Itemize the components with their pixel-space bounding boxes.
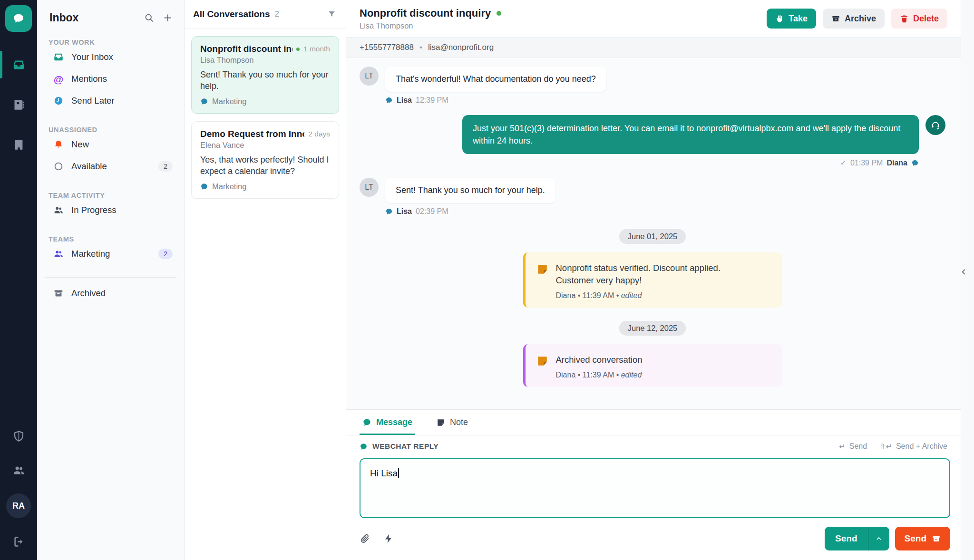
contact-avatar: LT — [360, 178, 379, 197]
hand-icon — [775, 14, 784, 23]
channel-label: WEBCHAT REPLY — [360, 442, 839, 451]
message-meta: ✓ 01:39 PM Diana — [360, 158, 919, 167]
mentions-icon: @ — [53, 74, 64, 84]
sidebar-divider — [45, 277, 176, 278]
bell-icon — [53, 139, 64, 150]
section-team-activity: TEAM ACTIVITY — [37, 192, 184, 199]
rail-security[interactable] — [0, 425, 37, 447]
logout-icon — [12, 535, 25, 548]
note-meta: Diana • 11:39 AM • edited — [556, 371, 643, 379]
rail-company[interactable] — [0, 134, 37, 155]
text-caret — [398, 468, 399, 478]
sidebar-item-new[interactable]: New — [37, 134, 184, 155]
marketing-count-badge: 2 — [158, 249, 173, 259]
send-and-archive-button[interactable]: Send — [895, 527, 950, 550]
rail-logout[interactable] — [0, 531, 37, 552]
filter-icon[interactable] — [327, 10, 336, 19]
delete-button[interactable]: Delete — [891, 9, 947, 29]
sticky-note-icon — [536, 355, 548, 379]
message-meta: Lisa 02:39 PM — [385, 207, 945, 216]
conversation-list-title: All Conversations — [193, 9, 270, 19]
lightning-icon[interactable] — [383, 533, 394, 544]
enter-key-icon: ↵ — [839, 442, 845, 451]
archive-icon — [53, 288, 64, 299]
message-bubble: Just your 501(c)(3) determination letter… — [462, 115, 919, 154]
marketing-team-icon — [53, 249, 64, 259]
status-dot — [296, 48, 300, 51]
section-unassigned: UNASSIGNED — [37, 126, 184, 134]
app-logo[interactable] — [5, 5, 32, 32]
available-count-badge: 2 — [158, 161, 173, 172]
agent-avatar — [925, 115, 945, 135]
tab-message[interactable]: Message — [360, 410, 415, 435]
sidebar-item-send-later[interactable]: Send Later — [37, 90, 184, 112]
user-avatar[interactable]: RA — [6, 493, 31, 518]
outgoing-message: Just your 501(c)(3) determination letter… — [360, 115, 945, 154]
contact-avatar: LT — [360, 67, 379, 86]
sidebar-item-available[interactable]: Available 2 — [37, 155, 184, 177]
add-icon[interactable] — [163, 13, 173, 23]
shield-icon — [12, 430, 25, 443]
conversation-card-demo-request[interactable]: Demo Request from Innovate 2 days Elena … — [191, 121, 339, 199]
channel-chat-icon — [385, 208, 393, 215]
archive-icon — [831, 14, 840, 23]
reply-input[interactable]: Hi Lisa — [360, 458, 950, 518]
sidebar-item-marketing[interactable]: Marketing 2 — [37, 243, 184, 265]
rail-contacts[interactable] — [0, 94, 37, 116]
headset-icon — [930, 120, 941, 130]
sidebar-item-archived[interactable]: Archived — [37, 282, 184, 304]
team-icon — [53, 205, 64, 215]
conversation-count: 2 — [275, 10, 327, 19]
message-bubble: Sent! Thank you so much for your help. — [385, 178, 555, 203]
date-separator: June 01, 2025 — [619, 229, 686, 244]
note-meta: Diana • 11:39 AM • edited — [556, 291, 760, 300]
reply-composer: Message Note WEBCHAT REPLY ↵Send ⇧↵Send … — [346, 409, 961, 560]
sidebar-item-mentions[interactable]: @ Mentions — [37, 68, 184, 90]
private-note: Nonprofit status verified. Discount appl… — [523, 252, 782, 308]
send-button[interactable]: Send — [825, 527, 867, 550]
channel-chat-icon — [200, 183, 208, 191]
rail-inbox[interactable] — [0, 54, 37, 76]
thread-panel: Nonprofit discount inquiry Lisa Thompson… — [346, 0, 961, 560]
conversation-card-nonprofit[interactable]: Nonprofit discount inquiry 1 month Lisa … — [191, 36, 339, 114]
sticky-note-icon — [536, 263, 548, 300]
archive-button[interactable]: Archive — [823, 9, 885, 29]
your-inbox-icon — [53, 52, 64, 62]
chat-logo-icon — [11, 11, 26, 26]
app-window: RA Inbox YOUR WORK Your Inbox @ Me — [0, 0, 974, 560]
tab-note[interactable]: Note — [433, 410, 471, 435]
chevron-left-icon — [959, 266, 969, 278]
open-status-dot — [497, 11, 501, 16]
take-button[interactable]: Take — [767, 9, 816, 29]
thread-contact-name: Lisa Thompson — [360, 21, 767, 30]
app-rail: RA — [0, 0, 37, 560]
chevron-up-icon — [875, 535, 883, 542]
contacts-icon — [12, 98, 25, 111]
date-separator: June 12, 2025 — [619, 321, 686, 336]
send-options-toggle[interactable] — [868, 527, 889, 550]
expand-panel-toggle[interactable] — [959, 266, 969, 280]
message-meta: Lisa 12:39 PM — [385, 96, 945, 105]
private-note: Archived conversation Diana • 11:39 AM •… — [523, 344, 782, 387]
shift-enter-key-icon: ⇧↵ — [879, 442, 892, 451]
incoming-message: LT Sent! Thank you so much for your help… — [360, 178, 945, 203]
attachment-icon[interactable] — [360, 533, 370, 544]
send-button-group: Send — [825, 527, 889, 550]
clock-icon — [53, 96, 64, 106]
section-your-work: YOUR WORK — [37, 39, 184, 46]
conversation-list: All Conversations 2 Nonprofit discount i… — [185, 0, 346, 560]
sent-check-icon: ✓ — [840, 158, 847, 167]
webchat-icon — [360, 443, 368, 451]
note-tab-icon — [436, 418, 445, 427]
sidebar-item-in-progress[interactable]: In Progress — [37, 199, 184, 221]
sidebar-item-your-inbox[interactable]: Your Inbox — [37, 46, 184, 68]
building-icon — [12, 138, 25, 151]
contact-panel-collapsed — [961, 0, 974, 560]
search-icon[interactable] — [144, 13, 154, 23]
rail-agents[interactable] — [0, 459, 37, 481]
contact-info-bar: +15557778888 • lisa@nonprofit.org — [346, 37, 961, 58]
channel-chat-icon — [200, 97, 208, 106]
section-teams: TEAMS — [37, 235, 184, 243]
archive-icon — [932, 534, 941, 543]
incoming-message: LT That's wonderful! What documentation … — [360, 67, 945, 92]
